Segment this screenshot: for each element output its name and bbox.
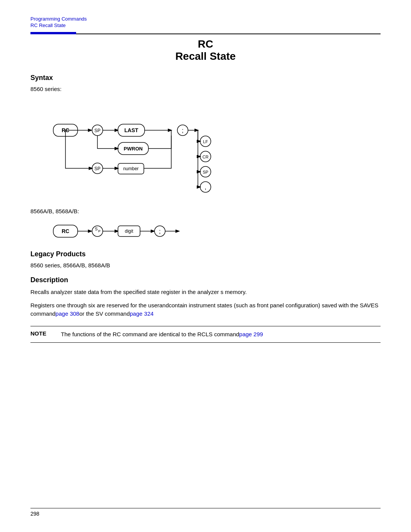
description-para1: Recalls analyzer state data from the spe… (30, 288, 381, 297)
breadcrumb-link-programming[interactable]: Programming Commands (30, 16, 87, 22)
diagram-8560: RC SP LAST PWRON SP (46, 97, 381, 200)
breadcrumb: Programming Commands RC Recall State (30, 15, 381, 28)
svg-text:CR: CR (202, 155, 209, 159)
title-rc: RC (30, 38, 381, 50)
svg-text:LAST: LAST (124, 127, 139, 133)
link-page308[interactable]: page 308 (56, 310, 80, 317)
breadcrumb-link-rc[interactable]: RC Recall State (30, 22, 65, 28)
series-8566-label: 8566A/B, 8568A/B: (30, 208, 381, 214)
svg-text:digit: digit (125, 228, 134, 234)
legacy-heading: Legacy Products (30, 250, 381, 258)
syntax-heading: Syntax (30, 74, 381, 82)
link-page299[interactable]: page 299 (239, 331, 263, 337)
svg-text:S: S (95, 227, 97, 231)
svg-text:PWRON: PWRON (124, 146, 143, 152)
svg-text:,: , (205, 184, 206, 190)
note-label: NOTE (30, 330, 61, 337)
diagram-8566: RC S P digit ; (46, 220, 381, 243)
title-recall-state: Recall State (30, 50, 381, 62)
svg-text:;: ; (182, 127, 183, 134)
series-8560-label: 8560 series: (30, 86, 381, 92)
description-para2: Registers one through six are reserved f… (30, 301, 381, 318)
svg-text:LF: LF (203, 139, 208, 144)
page-title: RC Recall State (30, 38, 381, 62)
note-box: NOTE The functions of the RC comma​nd ar… (30, 326, 381, 343)
top-rule (30, 32, 381, 34)
svg-text:P: P (98, 229, 100, 233)
svg-text:RC: RC (62, 228, 69, 234)
link-page324[interactable]: page 324 (130, 310, 154, 317)
description-heading: Description (30, 276, 381, 284)
page-number: 298 (30, 511, 381, 517)
legacy-text: 8560 series, 8566A/B, 8568A/B (30, 262, 381, 268)
svg-text:number: number (123, 166, 139, 171)
svg-text:;: ; (159, 228, 161, 235)
svg-text:SP: SP (94, 166, 100, 171)
note-content: The functions of the RC comma​nd are ide… (61, 330, 263, 339)
svg-text:SP: SP (203, 170, 209, 174)
bottom-rule: 298 (30, 508, 381, 517)
svg-text:SP: SP (94, 128, 100, 133)
